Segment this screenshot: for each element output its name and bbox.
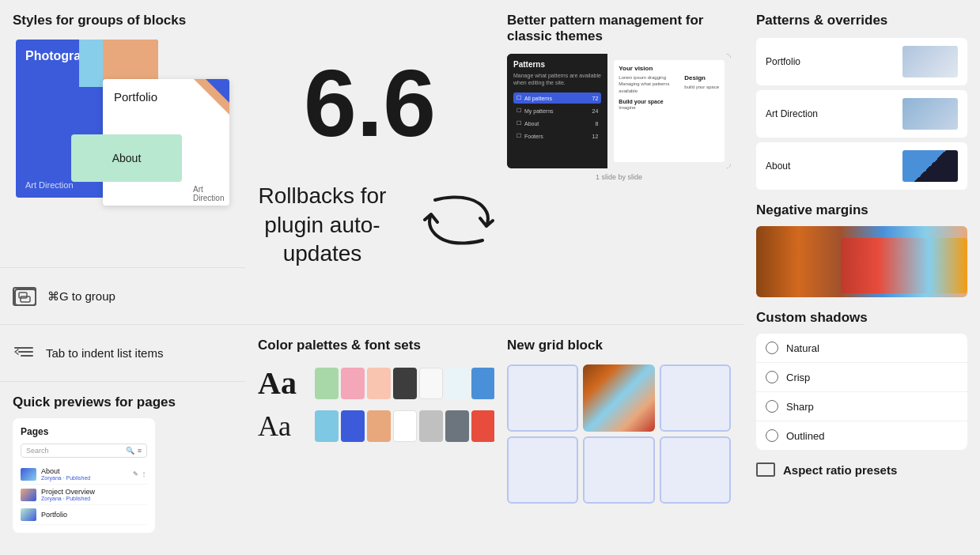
card-tab-indent: Tab to indent list items (0, 324, 245, 381)
page-item-portfolio: Portfolio (21, 505, 147, 525)
card-grid-block: New grid block (494, 324, 744, 555)
negative-margins-overlay (841, 238, 967, 293)
styles-blocks-title: Styles for groups of blocks (13, 13, 233, 28)
tab-indent-icon (13, 342, 35, 364)
page-meta-about: Zoryana · Published (41, 475, 128, 481)
swatch-dark (393, 368, 417, 399)
svg-rect-0 (15, 289, 36, 305)
page-info-project: Project Overview Zoryana · Published (41, 488, 147, 501)
palette-row-2: Aa (258, 410, 482, 443)
card-patterns-overrides: Patterns & overrides Portfolio Art Direc… (744, 0, 980, 555)
art-direction-label-2: Art Direction (190, 182, 229, 206)
grid-block-title: New grid block (507, 338, 731, 353)
aspect-ratio-icon (756, 462, 775, 477)
shadow-item-outlined: Outlined (756, 421, 967, 450)
shadow-sharp-label: Sharp (786, 401, 814, 413)
grid-cell-photo (583, 364, 654, 432)
pages-search: Search 🔍 ≡ (21, 444, 147, 458)
patterns-mgmt-title: Better pattern management for classic th… (507, 13, 731, 44)
tab-indent-text: Tab to indent list items (46, 346, 163, 360)
grid-preview (507, 364, 731, 504)
card-version-rollbacks: 6.6 Rollbacks for plugin auto-updates (245, 0, 494, 324)
grid-cell-4 (507, 436, 578, 504)
color-palettes-title: Color palettes & font sets (258, 338, 482, 353)
patterns-overrides-title: Patterns & overrides (756, 13, 967, 28)
more-icon[interactable]: ⋮ (141, 470, 147, 478)
pattern-item-mine: ☐My patterns24 (513, 105, 601, 116)
rollbacks-text: Rollbacks for plugin auto-updates (245, 182, 399, 268)
edit-icon[interactable]: ✎ (133, 470, 138, 478)
search-placeholder: Search (26, 447, 123, 455)
shadow-item-natural: Natural (756, 334, 967, 363)
shadow-item-sharp: Sharp (756, 392, 967, 421)
aa-text-2: Aa (258, 410, 305, 443)
overrides-list: Portfolio Art Direction About (756, 38, 967, 190)
rollbacks-line2: plugin auto-updates (264, 213, 380, 266)
grid-cell-3 (660, 364, 731, 432)
swatch-green (315, 368, 339, 399)
patterns-sidebar: Patterns Manage what patterns are availa… (507, 54, 607, 168)
search-icon: 🔍 (126, 447, 134, 455)
cmd-g-text: ⌘G to group (47, 289, 115, 304)
palette-preview: Aa Aa (258, 364, 482, 443)
override-portfolio-img (902, 46, 958, 77)
swatch2-cyan (315, 410, 339, 442)
slide-indicator: 1 slide by slide (507, 173, 731, 181)
swatch-lightblue (445, 368, 469, 399)
patterns-sidebar-subtitle: Manage what patterns are available when … (513, 72, 601, 86)
swatch-pink (341, 368, 365, 399)
swatch-light (419, 368, 443, 399)
version-number: 6.6 (304, 55, 436, 150)
pattern-item-about: ☐About8 (513, 118, 601, 129)
override-artdir-img (902, 98, 958, 130)
page-info-portfolio: Portfolio (41, 511, 147, 519)
override-about-label: About (766, 160, 790, 172)
quick-previews-title: Quick previews for pages (13, 395, 233, 410)
about-label: About (112, 152, 142, 164)
page-actions-about: ✎ ⋮ (133, 470, 147, 478)
sun-icon-sharp (766, 400, 778, 413)
card-quick-previews: Quick previews for pages Pages Search 🔍 … (0, 381, 245, 555)
color-swatches-2 (315, 410, 494, 442)
override-item-about: About (756, 142, 967, 190)
rollbacks-arrows-icon (423, 191, 494, 260)
page-name-project: Project Overview (41, 488, 147, 496)
pages-label: Pages (21, 426, 147, 437)
card-cmd-g: ⌘G to group (0, 267, 245, 324)
grid-cell-6 (660, 436, 731, 504)
art-direction-label-1: Art Direction (25, 180, 74, 190)
aspect-ratio-title: Aspect ratio presets (783, 463, 897, 477)
cmd-g-group-icon (13, 287, 36, 306)
swatch2-indigo (341, 410, 365, 442)
swatch2-gray (419, 410, 443, 442)
color-swatches-1 (315, 368, 494, 399)
sun-icon-crisp (766, 371, 778, 383)
page-item-about: About Zoryana · Published ✎ ⋮ (21, 464, 147, 485)
grid-cell-5 (583, 436, 654, 504)
patterns-sidebar-title: Patterns (513, 60, 601, 69)
negative-margins-img (756, 226, 967, 297)
patterns-preview: Patterns Manage what patterns are availa… (507, 54, 731, 168)
palette-row-1: Aa (258, 364, 482, 402)
swatch2-red (471, 410, 494, 442)
negative-margins-section: Negative margins (756, 202, 967, 297)
filter-icon: ≡ (138, 447, 142, 455)
swatch2-orange (367, 410, 391, 442)
pages-preview: Pages Search 🔍 ≡ About Zoryana · Publish… (13, 418, 155, 533)
swatch-peach (367, 368, 391, 399)
svg-rect-2 (21, 296, 30, 302)
override-artdir-label: Art Direction (766, 108, 818, 119)
page-thumb-portfolio (21, 508, 36, 521)
page-thumb-project (21, 489, 36, 501)
pattern-item-all: ☐All patterns72 (513, 92, 601, 104)
sun-icon-outlined (766, 429, 778, 442)
grid-cell-1 (507, 364, 578, 432)
override-portfolio-label: Portfolio (766, 56, 800, 67)
pattern-item-footers: ☐Footers12 (513, 130, 601, 142)
rollbacks-section: Rollbacks for plugin auto-updates (245, 182, 494, 268)
page-meta-project: Zoryana · Published (41, 496, 147, 501)
card-color-palettes: Color palettes & font sets Aa Aa (245, 324, 494, 555)
card-patterns-mgmt: Better pattern management for classic th… (494, 0, 744, 267)
swatch2-darkgray (445, 410, 469, 442)
sun-icon-natural (766, 342, 778, 354)
